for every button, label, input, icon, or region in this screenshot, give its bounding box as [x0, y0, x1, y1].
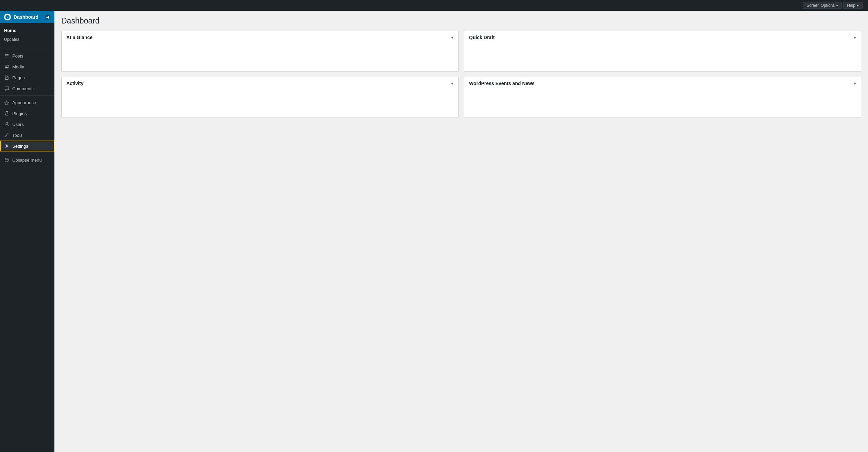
panel-at-a-glance: At a Glance ▾: [61, 31, 458, 71]
panel-quick-draft-toggle-icon: ▾: [854, 35, 856, 40]
sidebar-item-pages[interactable]: Pages: [0, 72, 54, 83]
svg-rect-3: [6, 111, 8, 114]
sidebar-item-media[interactable]: Media: [0, 61, 54, 72]
users-icon: [4, 122, 10, 127]
sidebar-nav: Posts Media Pages Comments: [0, 50, 54, 151]
sidebar-item-appearance[interactable]: Appearance: [0, 97, 54, 108]
comments-icon: [4, 86, 10, 91]
sidebar-item-posts[interactable]: Posts: [0, 50, 54, 61]
panel-at-a-glance-body: [62, 44, 458, 71]
panel-quick-draft: Quick Draft ▾: [464, 31, 861, 71]
sidebar-divider-2: [0, 95, 54, 96]
panel-activity-toggle-icon: ▾: [451, 81, 453, 86]
panel-at-a-glance-header[interactable]: At a Glance ▾: [62, 31, 458, 44]
collapse-menu-button[interactable]: Collapse menu: [0, 155, 54, 165]
svg-point-5: [6, 145, 7, 147]
panel-quick-draft-header[interactable]: Quick Draft ▾: [464, 31, 861, 44]
panel-at-a-glance-title: At a Glance: [66, 35, 93, 40]
collapse-menu-icon: [4, 157, 10, 163]
sidebar-item-updates[interactable]: Updates: [0, 36, 54, 45]
wp-logo-icon: [4, 14, 11, 20]
top-bar-buttons: Screen Options ▾ Help ▾: [803, 2, 863, 9]
panel-wp-events-toggle-icon: ▾: [854, 81, 856, 86]
sidebar-item-plugins[interactable]: Plugins: [0, 108, 54, 119]
dashboard-label: Dashboard: [14, 14, 38, 20]
sidebar-home-section: Home Updates: [0, 23, 54, 47]
panel-at-a-glance-toggle-icon: ▾: [451, 35, 453, 40]
sidebar-dashboard-header[interactable]: Dashboard ◀: [0, 11, 54, 23]
svg-point-4: [6, 122, 8, 124]
sidebar-item-posts-label: Posts: [12, 53, 23, 59]
page-title: Dashboard: [61, 16, 861, 26]
media-icon: [4, 64, 10, 69]
sidebar-item-users-label: Users: [12, 122, 24, 127]
panel-quick-draft-title: Quick Draft: [469, 35, 495, 40]
panels-row-2: Activity ▾ WordPress Events and News ▾: [61, 77, 861, 117]
sidebar-divider-3: [0, 153, 54, 153]
sidebar-item-appearance-label: Appearance: [12, 100, 36, 105]
tools-icon: [4, 132, 10, 138]
panel-activity: Activity ▾: [61, 77, 458, 117]
panel-activity-header[interactable]: Activity ▾: [62, 77, 458, 90]
screen-options-label: Screen Options: [807, 3, 835, 8]
top-admin-bar: Screen Options ▾ Help ▾: [0, 0, 868, 11]
sidebar-item-pages-label: Pages: [12, 75, 25, 80]
sidebar: Dashboard ◀ Home Updates Posts Medi: [0, 11, 54, 452]
sidebar-item-tools-label: Tools: [12, 133, 22, 138]
panels-row-1: At a Glance ▾ Quick Draft ▾: [61, 31, 861, 71]
panel-activity-title: Activity: [66, 81, 84, 86]
sidebar-item-plugins-label: Plugins: [12, 111, 27, 116]
sidebar-item-home[interactable]: Home: [0, 25, 54, 36]
svg-point-6: [5, 158, 9, 162]
plugins-icon: [4, 111, 10, 116]
sidebar-item-users[interactable]: Users: [0, 119, 54, 130]
collapse-menu-label: Collapse menu: [12, 158, 42, 163]
sidebar-item-comments[interactable]: Comments: [0, 83, 54, 94]
appearance-icon: [4, 100, 10, 105]
help-button[interactable]: Help ▾: [843, 2, 863, 9]
content-area: Dashboard At a Glance ▾ Quick Draft ▾: [54, 11, 868, 452]
panel-quick-draft-body: [464, 44, 861, 71]
screen-options-dropdown-icon: ▾: [836, 3, 838, 8]
sidebar-item-settings-label: Settings: [12, 144, 28, 149]
panel-wp-events: WordPress Events and News ▾: [464, 77, 861, 117]
help-label: Help: [847, 3, 855, 8]
panel-wp-events-body: [464, 90, 861, 117]
help-dropdown-icon: ▾: [857, 3, 859, 8]
panel-wp-events-header[interactable]: WordPress Events and News ▾: [464, 77, 861, 90]
screen-options-button[interactable]: Screen Options ▾: [803, 2, 842, 9]
sidebar-item-media-label: Media: [12, 64, 24, 69]
sidebar-collapse-arrow-icon: ◀: [45, 14, 50, 20]
sidebar-item-comments-label: Comments: [12, 86, 34, 91]
panel-activity-body: [62, 90, 458, 117]
sidebar-divider-1: [0, 49, 54, 49]
sidebar-item-tools[interactable]: Tools: [0, 130, 54, 141]
panel-wp-events-title: WordPress Events and News: [469, 81, 535, 86]
settings-icon: [4, 143, 10, 149]
posts-icon: [4, 53, 10, 59]
sidebar-item-settings[interactable]: Settings: [0, 141, 54, 151]
main-layout: Dashboard ◀ Home Updates Posts Medi: [0, 11, 868, 452]
pages-icon: [4, 75, 10, 80]
